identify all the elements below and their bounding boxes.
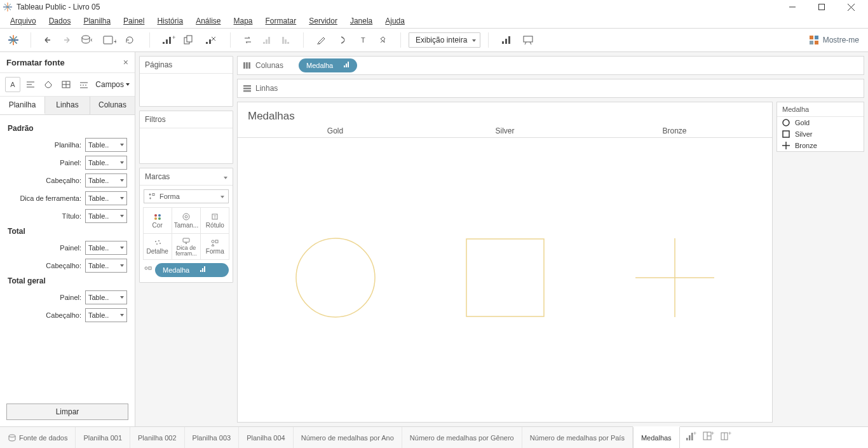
window-minimize-button[interactable] <box>778 0 807 14</box>
mark-shape-button[interactable]: Forma <box>200 233 229 260</box>
sort-asc-button[interactable] <box>257 31 276 50</box>
menu-dados[interactable]: Dados <box>43 17 78 25</box>
labels-button[interactable]: T <box>355 31 374 50</box>
format-cabecalho-select[interactable]: Table.. <box>85 173 127 187</box>
format-shading-icon[interactable] <box>41 77 56 92</box>
mark-label-button[interactable]: TRótulo <box>200 207 229 234</box>
format-grand-painel-select[interactable]: Table.. <box>85 290 127 304</box>
menu-mapa[interactable]: Mapa <box>227 17 259 25</box>
marks-dropdown-icon[interactable] <box>222 172 227 181</box>
window-maximize-button[interactable] <box>807 0 836 14</box>
tab-medalhas[interactable]: Medalhas <box>633 426 680 448</box>
format-pane-close-button[interactable]: × <box>123 57 128 67</box>
format-tab-colunas[interactable]: Colunas <box>90 97 135 114</box>
format-fields-dropdown[interactable]: Campos <box>95 80 130 89</box>
shape-legend[interactable]: Medalha Gold Silver Bronze <box>776 102 864 152</box>
svg-rect-20 <box>206 42 208 44</box>
tab-medalhas-ano[interactable]: Número de medalhas por Ano <box>294 427 402 448</box>
format-total-cabecalho-select[interactable]: Table.. <box>85 259 127 273</box>
filters-card: Filtros <box>139 111 233 164</box>
new-story-tab-button[interactable]: + <box>721 431 732 444</box>
format-tab-linhas[interactable]: Linhas <box>45 97 90 114</box>
svg-point-56 <box>158 217 161 220</box>
menu-arquivo[interactable]: Arquivo <box>4 17 43 25</box>
group-button[interactable] <box>333 31 355 50</box>
fit-dropdown[interactable]: Exibição inteira <box>409 32 480 48</box>
format-tooltip-select[interactable]: Table.. <box>85 191 127 205</box>
mark-gold-circle[interactable] <box>250 237 420 318</box>
pin-button[interactable] <box>374 31 393 50</box>
tab-data-source[interactable]: Fonte de dados <box>0 427 76 448</box>
mark-type-select[interactable]: Forma <box>144 189 229 203</box>
redo-button[interactable] <box>58 31 77 50</box>
save-button[interactable] <box>77 31 98 50</box>
legend-item-bronze[interactable]: Bronze <box>777 140 864 151</box>
format-lines-icon[interactable] <box>76 77 92 92</box>
svg-rect-41 <box>815 41 818 44</box>
viz-header-gold[interactable]: Gold <box>250 125 420 137</box>
columns-pill-medalha[interactable]: Medalha <box>299 58 357 72</box>
mark-color-button[interactable]: Cor <box>143 207 172 234</box>
rows-shelf[interactable]: Linhas <box>237 79 864 98</box>
highlight-button[interactable] <box>311 31 333 50</box>
menu-servidor[interactable]: Servidor <box>302 17 344 25</box>
svg-text:+: + <box>172 35 175 41</box>
tab-medalhas-genero[interactable]: Número de medalhas por Gênero <box>402 427 522 448</box>
format-alignment-icon[interactable] <box>23 77 38 92</box>
format-planilha-select[interactable]: Table.. <box>85 138 127 152</box>
legend-item-silver[interactable]: Silver <box>777 128 864 140</box>
menu-janela[interactable]: Janela <box>344 17 379 25</box>
legend-item-gold[interactable]: Gold <box>777 117 864 128</box>
menu-formatar[interactable]: Formatar <box>259 17 303 25</box>
svg-point-58 <box>185 215 187 218</box>
menu-planilha[interactable]: Planilha <box>77 17 117 25</box>
svg-rect-27 <box>282 37 284 44</box>
format-font-icon[interactable]: A <box>5 77 20 92</box>
format-borders-icon[interactable] <box>58 77 74 92</box>
mark-silver-square[interactable] <box>420 238 590 317</box>
new-data-source-button[interactable]: + <box>98 31 120 50</box>
new-worksheet-tab-button[interactable]: + <box>685 431 696 444</box>
clear-sheet-button[interactable] <box>201 31 222 50</box>
window-close-button[interactable] <box>836 0 865 14</box>
pages-shelf[interactable] <box>140 73 233 106</box>
mark-size-button[interactable]: Taman... <box>172 207 201 234</box>
mark-detail-button[interactable]: Detalhe <box>143 233 172 260</box>
menu-analise[interactable]: Análise <box>189 17 227 25</box>
viz-header-bronze[interactable]: Bronze <box>590 125 759 137</box>
viz-canvas[interactable]: Medalhas Gold Silver Bronze <box>237 102 773 423</box>
menu-historia[interactable]: História <box>151 17 189 25</box>
viz-header-silver[interactable]: Silver <box>420 125 590 137</box>
tab-planilha-004[interactable]: Planilha 004 <box>239 427 294 448</box>
new-dashboard-tab-button[interactable]: + <box>703 431 714 444</box>
columns-shelf[interactable]: Colunas Medalha <box>237 56 864 75</box>
undo-button[interactable] <box>39 31 58 50</box>
new-worksheet-button[interactable]: + <box>158 31 179 50</box>
filters-shelf[interactable] <box>140 128 233 163</box>
swap-button[interactable] <box>238 31 257 50</box>
mark-bronze-plus[interactable] <box>590 237 759 318</box>
tab-planilha-001[interactable]: Planilha 001 <box>76 427 130 448</box>
show-me-button[interactable]: Mostre-me <box>800 29 868 51</box>
tab-planilha-002[interactable]: Planilha 002 <box>130 427 185 448</box>
tab-planilha-003[interactable]: Planilha 003 <box>185 427 240 448</box>
sort-desc-button[interactable] <box>276 31 295 50</box>
presentation-button[interactable] <box>518 31 539 50</box>
tab-medalhas-pais[interactable]: Número de medalhas por País <box>522 427 633 448</box>
svg-rect-32 <box>502 41 504 44</box>
marks-pill-medalha[interactable]: Medalha <box>155 263 229 277</box>
tableau-home-icon[interactable] <box>4 31 23 50</box>
mark-tooltip-button[interactable]: Dica de ferram... <box>172 233 201 260</box>
menu-painel[interactable]: Painel <box>117 17 151 25</box>
format-painel-select[interactable]: Table.. <box>85 156 127 170</box>
show-cards-button[interactable] <box>496 31 518 50</box>
auto-update-button[interactable] <box>120 31 142 50</box>
format-tab-planilha[interactable]: Planilha <box>0 97 45 114</box>
duplicate-button[interactable] <box>179 31 201 50</box>
viz-title[interactable]: Medalhas <box>238 102 772 125</box>
format-clear-button[interactable]: Limpar <box>6 404 128 420</box>
menu-ajuda[interactable]: Ajuda <box>379 17 411 25</box>
format-grand-cabecalho-select[interactable]: Table.. <box>85 308 127 322</box>
format-total-painel-select[interactable]: Table.. <box>85 241 127 255</box>
format-titulo-select[interactable]: Table.. <box>85 209 127 223</box>
